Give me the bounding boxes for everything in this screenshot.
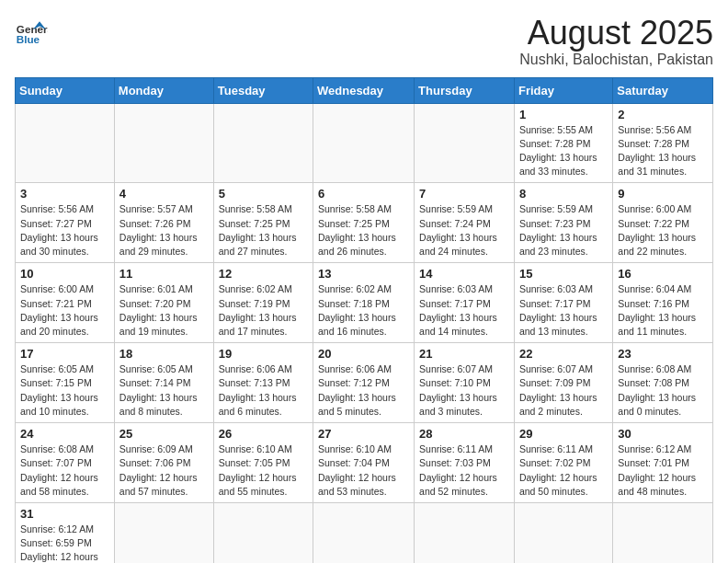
day-info: Sunrise: 5:57 AM Sunset: 7:26 PM Dayligh… [119,202,209,259]
calendar-week-row: 17Sunrise: 6:05 AM Sunset: 7:15 PM Dayli… [16,343,713,423]
day-info: Sunrise: 6:00 AM Sunset: 7:22 PM Dayligh… [618,202,708,259]
weekday-header-monday: Monday [114,77,213,103]
day-number: 28 [419,427,509,441]
day-info: Sunrise: 5:55 AM Sunset: 7:28 PM Dayligh… [519,123,608,179]
calendar-cell [313,502,415,563]
day-info: Sunrise: 5:58 AM Sunset: 7:25 PM Dayligh… [219,202,308,259]
calendar-cell: 4Sunrise: 5:57 AM Sunset: 7:26 PM Daylig… [114,183,213,263]
calendar-cell: 3Sunrise: 5:56 AM Sunset: 7:27 PM Daylig… [16,183,115,263]
calendar-cell: 26Sunrise: 6:10 AM Sunset: 7:05 PM Dayli… [213,423,313,503]
weekday-header-thursday: Thursday [415,77,515,103]
day-info: Sunrise: 5:56 AM Sunset: 7:28 PM Dayligh… [618,123,708,179]
weekday-header-row: SundayMondayTuesdayWednesdayThursdayFrid… [16,77,713,103]
calendar-cell: 9Sunrise: 6:00 AM Sunset: 7:22 PM Daylig… [613,183,713,263]
calendar-subtitle: Nushki, Balochistan, Pakistan [519,52,713,68]
day-number: 12 [219,267,308,281]
day-number: 25 [119,427,209,441]
calendar-cell: 27Sunrise: 6:10 AM Sunset: 7:04 PM Dayli… [313,423,415,503]
day-number: 24 [20,427,109,441]
page-header: General Blue August 2025 Nushki, Balochi… [15,15,713,68]
calendar-cell: 18Sunrise: 6:05 AM Sunset: 7:14 PM Dayli… [114,343,213,423]
weekday-header-sunday: Sunday [16,77,115,103]
calendar-week-row: 10Sunrise: 6:00 AM Sunset: 7:21 PM Dayli… [16,263,713,343]
day-info: Sunrise: 6:06 AM Sunset: 7:12 PM Dayligh… [318,362,409,419]
day-number: 13 [318,267,409,281]
day-info: Sunrise: 6:05 AM Sunset: 7:14 PM Dayligh… [119,362,209,419]
day-info: Sunrise: 6:00 AM Sunset: 7:21 PM Dayligh… [20,282,109,339]
day-info: Sunrise: 6:05 AM Sunset: 7:15 PM Dayligh… [20,362,109,419]
calendar-cell: 29Sunrise: 6:11 AM Sunset: 7:02 PM Dayli… [514,423,612,503]
calendar-cell: 15Sunrise: 6:03 AM Sunset: 7:17 PM Dayli… [514,263,612,343]
day-number: 11 [119,267,209,281]
day-number: 27 [318,427,409,441]
calendar-cell [415,502,515,563]
day-info: Sunrise: 5:56 AM Sunset: 7:27 PM Dayligh… [20,202,109,259]
day-info: Sunrise: 6:03 AM Sunset: 7:17 PM Dayligh… [419,282,509,339]
calendar-cell [16,103,115,183]
weekday-header-friday: Friday [514,77,612,103]
calendar-week-row: 1Sunrise: 5:55 AM Sunset: 7:28 PM Daylig… [16,103,713,183]
day-info: Sunrise: 6:07 AM Sunset: 7:10 PM Dayligh… [419,362,509,419]
day-number: 4 [119,187,209,201]
day-number: 15 [519,267,608,281]
day-info: Sunrise: 6:08 AM Sunset: 7:07 PM Dayligh… [20,442,109,499]
day-number: 8 [519,187,608,201]
calendar-cell: 14Sunrise: 6:03 AM Sunset: 7:17 PM Dayli… [415,263,515,343]
day-info: Sunrise: 6:10 AM Sunset: 7:04 PM Dayligh… [318,442,409,499]
calendar-table: SundayMondayTuesdayWednesdayThursdayFrid… [15,77,713,563]
day-info: Sunrise: 6:11 AM Sunset: 7:03 PM Dayligh… [419,442,509,499]
day-info: Sunrise: 5:58 AM Sunset: 7:25 PM Dayligh… [318,202,409,259]
calendar-cell: 8Sunrise: 5:59 AM Sunset: 7:23 PM Daylig… [514,183,612,263]
day-number: 26 [219,427,308,441]
calendar-cell: 28Sunrise: 6:11 AM Sunset: 7:03 PM Dayli… [415,423,515,503]
title-block: August 2025 Nushki, Balochistan, Pakista… [519,15,713,68]
day-number: 29 [519,427,608,441]
day-number: 31 [20,507,109,521]
calendar-cell: 5Sunrise: 5:58 AM Sunset: 7:25 PM Daylig… [213,183,313,263]
weekday-header-tuesday: Tuesday [213,77,313,103]
day-number: 14 [419,267,509,281]
calendar-cell: 30Sunrise: 6:12 AM Sunset: 7:01 PM Dayli… [613,423,713,503]
logo-icon: General Blue [15,15,48,48]
calendar-cell: 31Sunrise: 6:12 AM Sunset: 6:59 PM Dayli… [16,502,115,563]
calendar-cell [514,502,612,563]
calendar-cell: 10Sunrise: 6:00 AM Sunset: 7:21 PM Dayli… [16,263,115,343]
day-number: 2 [618,108,708,121]
calendar-cell: 11Sunrise: 6:01 AM Sunset: 7:20 PM Dayli… [114,263,213,343]
day-number: 23 [618,347,708,361]
calendar-week-row: 24Sunrise: 6:08 AM Sunset: 7:07 PM Dayli… [16,423,713,503]
day-info: Sunrise: 6:11 AM Sunset: 7:02 PM Dayligh… [519,442,608,499]
weekday-header-wednesday: Wednesday [313,77,415,103]
day-number: 21 [419,347,509,361]
day-info: Sunrise: 6:07 AM Sunset: 7:09 PM Dayligh… [519,362,608,419]
day-info: Sunrise: 6:04 AM Sunset: 7:16 PM Dayligh… [618,282,708,339]
calendar-cell: 13Sunrise: 6:02 AM Sunset: 7:18 PM Dayli… [313,263,415,343]
day-number: 6 [318,187,409,201]
calendar-cell: 12Sunrise: 6:02 AM Sunset: 7:19 PM Dayli… [213,263,313,343]
calendar-cell [213,502,313,563]
calendar-cell [613,502,713,563]
calendar-week-row: 31Sunrise: 6:12 AM Sunset: 6:59 PM Dayli… [16,502,713,563]
day-number: 1 [519,108,608,121]
calendar-cell: 7Sunrise: 5:59 AM Sunset: 7:24 PM Daylig… [415,183,515,263]
calendar-cell: 6Sunrise: 5:58 AM Sunset: 7:25 PM Daylig… [313,183,415,263]
day-number: 5 [219,187,308,201]
day-info: Sunrise: 6:08 AM Sunset: 7:08 PM Dayligh… [618,362,708,419]
calendar-cell [114,103,213,183]
calendar-cell: 2Sunrise: 5:56 AM Sunset: 7:28 PM Daylig… [613,103,713,183]
day-number: 18 [119,347,209,361]
day-info: Sunrise: 6:02 AM Sunset: 7:19 PM Dayligh… [219,282,308,339]
day-number: 17 [20,347,109,361]
day-info: Sunrise: 6:01 AM Sunset: 7:20 PM Dayligh… [119,282,209,339]
calendar-cell: 25Sunrise: 6:09 AM Sunset: 7:06 PM Dayli… [114,423,213,503]
day-info: Sunrise: 6:12 AM Sunset: 7:01 PM Dayligh… [618,442,708,499]
day-number: 3 [20,187,109,201]
day-info: Sunrise: 6:06 AM Sunset: 7:13 PM Dayligh… [219,362,308,419]
day-info: Sunrise: 6:10 AM Sunset: 7:05 PM Dayligh… [219,442,308,499]
calendar-cell: 20Sunrise: 6:06 AM Sunset: 7:12 PM Dayli… [313,343,415,423]
calendar-cell: 23Sunrise: 6:08 AM Sunset: 7:08 PM Dayli… [613,343,713,423]
day-number: 16 [618,267,708,281]
calendar-cell [213,103,313,183]
calendar-cell: 21Sunrise: 6:07 AM Sunset: 7:10 PM Dayli… [415,343,515,423]
calendar-cell: 24Sunrise: 6:08 AM Sunset: 7:07 PM Dayli… [16,423,115,503]
